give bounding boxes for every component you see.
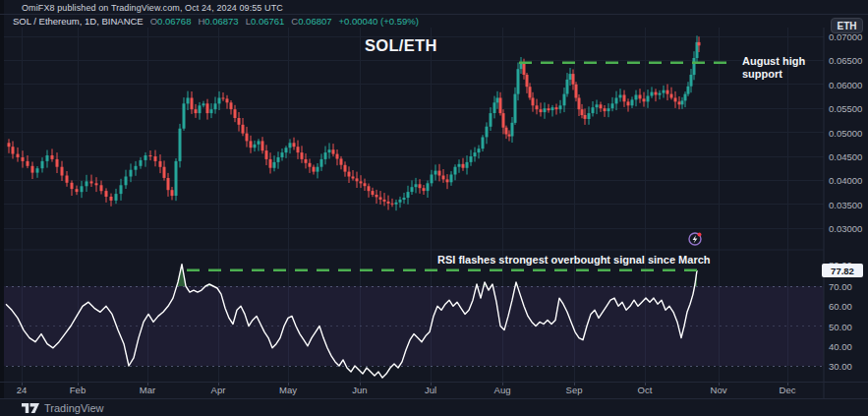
time-axis-label: Jun bbox=[345, 385, 375, 395]
change-value: +0.00040 (+0.59%) bbox=[339, 16, 419, 27]
ohlc-values: O0.06768H0.06873L0.06761C0.06807 bbox=[144, 16, 332, 27]
rsi-last-value-badge: 77.82 bbox=[822, 264, 863, 277]
time-axis-label: Mar bbox=[133, 385, 162, 395]
rsi-axis-label: 50.00 bbox=[829, 322, 852, 332]
time-axis-label: Oct bbox=[630, 385, 660, 395]
price-axis-label: 0.05000 bbox=[829, 128, 862, 139]
time-axis-divider bbox=[0, 382, 868, 383]
ohlc-label: O bbox=[150, 16, 157, 27]
price-axis-label: 0.04000 bbox=[829, 175, 862, 186]
time-axis-label: May bbox=[273, 385, 303, 395]
time-axis-label: Feb bbox=[63, 385, 92, 395]
time-axis-label: Nov bbox=[704, 385, 733, 395]
price-axis-label: 0.05500 bbox=[829, 103, 862, 114]
chart-canvas bbox=[0, 0, 868, 416]
time-axis-label: Sep bbox=[559, 385, 589, 395]
flash-reaction-icon[interactable] bbox=[689, 233, 702, 246]
price-axis-label: 0.03500 bbox=[829, 200, 862, 210]
tradingview-logo-icon[interactable] bbox=[22, 402, 39, 414]
price-axis-label: 0.04500 bbox=[829, 151, 862, 162]
price-axis-label: 0.06500 bbox=[829, 55, 862, 66]
tradingview-brand-text[interactable]: TradingView bbox=[44, 402, 104, 414]
price-axis-label: 0.07000 bbox=[829, 31, 862, 42]
rsi-axis-label: 40.00 bbox=[829, 341, 852, 352]
time-axis-label: Dec bbox=[773, 385, 802, 395]
august-high-label: August high support bbox=[742, 55, 805, 81]
rsi-axis-label: 70.00 bbox=[829, 281, 852, 292]
left-edge-strip bbox=[0, 0, 4, 398]
pair-title: SOL/ETH bbox=[365, 36, 437, 55]
ohlc-value: 0.06873 bbox=[204, 16, 238, 27]
rsi-axis-label: 60.00 bbox=[829, 301, 852, 312]
ohlc-value: 0.06807 bbox=[298, 16, 331, 27]
time-axis-label: Aug bbox=[488, 385, 517, 395]
time-axis-label: Apr bbox=[203, 385, 233, 395]
symbol-title: SOL / Ethereum, 1D, BINANCE bbox=[13, 16, 144, 27]
ohlc-value: 0.06768 bbox=[157, 16, 191, 27]
attribution-text: OmiFX8 published on TradingView.com, Oct… bbox=[22, 3, 283, 13]
ohlc-value: 0.06761 bbox=[251, 16, 284, 27]
time-axis-label: 24 bbox=[7, 385, 36, 395]
price-axis-label: 0.03000 bbox=[829, 223, 862, 234]
rsi-axis-label: 30.00 bbox=[829, 361, 852, 372]
symbol-info-bar: SOL / Ethereum, 1D, BINANCEO0.06768H0.06… bbox=[13, 16, 419, 27]
header-divider bbox=[0, 14, 868, 15]
rsi-note-label: RSI flashes strongest overbought signal … bbox=[437, 254, 711, 266]
tradingview-chart-snapshot: OmiFX8 published on TradingView.com, Oct… bbox=[0, 0, 868, 416]
price-axis-label: 0.06000 bbox=[829, 80, 862, 90]
time-axis-label: Jul bbox=[416, 385, 445, 395]
footer-bar: TradingView bbox=[0, 399, 868, 416]
